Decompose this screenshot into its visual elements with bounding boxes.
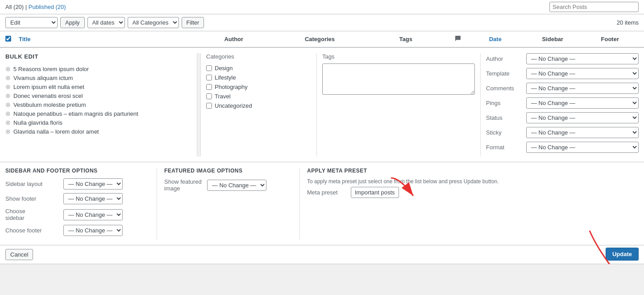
categories-select[interactable]: All Categories: [128, 17, 179, 28]
all-count: All (20): [5, 4, 24, 10]
format-row: Format — No Change —: [486, 142, 639, 153]
sticky-select[interactable]: — No Change —: [526, 127, 639, 138]
posts-list-column: BULK EDIT ⊗ 5 Reasons lorem ipsum dolor …: [5, 53, 197, 156]
select-all-checkbox[interactable]: [5, 36, 11, 42]
tags-column: Tags: [317, 53, 481, 156]
post-title: Vivamus aliquam ictum: [13, 75, 73, 81]
category-checkbox-travel[interactable]: [206, 93, 212, 99]
table-header: Title Author Categories Tags Date Sideba…: [0, 31, 644, 48]
search-input[interactable]: [549, 2, 639, 12]
category-checkbox-photography[interactable]: [206, 84, 212, 90]
col-header-footer: Footer: [582, 36, 639, 42]
top-status-bar: All (20) | Published (20): [0, 0, 644, 14]
sidebar-layout-select-wrapper: — No Change —: [63, 178, 123, 190]
search-area: [549, 2, 639, 12]
sidebar-layout-select[interactable]: — No Change —: [63, 178, 123, 190]
status-row: Status — No Change —: [486, 112, 639, 123]
format-label: Format: [486, 144, 526, 151]
sidebar-layout-row: Sidebar layout — No Change —: [5, 178, 150, 190]
update-button[interactable]: Update: [606, 248, 639, 261]
col-header-title[interactable]: Title: [19, 36, 191, 42]
scrollbar-divider: [197, 53, 201, 156]
choose-sidebar-label: Choosesidebar: [5, 208, 63, 221]
published-count[interactable]: Published (20): [29, 4, 66, 10]
categories-list: Design Lifestyle Photography Travel: [206, 63, 311, 110]
show-footer-select-wrapper: — No Change —: [63, 193, 123, 204]
choose-footer-select-wrapper: — No Change —: [63, 225, 123, 236]
col-header-sidebar: Sidebar: [524, 36, 581, 42]
list-item: ⊗ Glavrida nalla – lorem dolor amet: [5, 127, 191, 136]
author-select-wrapper: — No Change —: [526, 53, 639, 64]
bulk-edit-area: BULK EDIT ⊗ 5 Reasons lorem ipsum dolor …: [0, 48, 644, 162]
bulk-edit-title: BULK EDIT: [5, 53, 191, 60]
status-label: Status: [486, 114, 526, 121]
posts-list: ⊗ 5 Reasons lorem ipsum dolor ⊗ Vivamus …: [5, 64, 191, 136]
template-label: Template: [486, 70, 526, 77]
tags-label: Tags: [322, 53, 475, 60]
author-select[interactable]: — No Change —: [526, 53, 639, 64]
format-select[interactable]: — No Change —: [526, 142, 639, 153]
apply-meta-preset-column: APPLY META PRESET To apply meta preset j…: [300, 168, 639, 240]
tags-textarea[interactable]: [322, 63, 475, 95]
comments-select[interactable]: — No Change —: [526, 83, 639, 94]
remove-icon[interactable]: ⊗: [5, 83, 11, 90]
choose-footer-select[interactable]: — No Change —: [63, 225, 123, 236]
pings-select[interactable]: — No Change —: [526, 97, 639, 109]
remove-icon[interactable]: ⊗: [5, 128, 11, 135]
bulk-action-select[interactable]: Edit Move to Trash: [5, 17, 58, 28]
author-row: Author — No Change —: [486, 53, 639, 64]
comments-label: Comments: [486, 85, 526, 92]
post-title: Donec venenatis erosi scel: [13, 93, 83, 99]
categories-label: Categories: [206, 53, 311, 60]
show-footer-row: Show footer — No Change —: [5, 193, 150, 204]
pings-label: Pings: [486, 100, 526, 106]
comments-select-wrapper: — No Change —: [526, 83, 639, 94]
post-title: Nulla glavrida floris: [13, 119, 62, 126]
bulk-edit-panel: BULK EDIT ⊗ 5 Reasons lorem ipsum dolor …: [0, 48, 644, 264]
list-item: ⊗ Natoque penatibus – etiam magnis dis p…: [5, 109, 191, 118]
format-select-wrapper: — No Change —: [526, 142, 639, 153]
comments-row: Comments — No Change —: [486, 83, 639, 94]
list-item: ⊗ 5 Reasons lorem ipsum dolor: [5, 64, 191, 73]
category-checkbox-design[interactable]: [206, 65, 212, 71]
choose-sidebar-select-wrapper: — No Change —: [63, 209, 123, 220]
template-row: Template — No Change —: [486, 68, 639, 79]
status-counts: All (20) | Published (20): [5, 4, 66, 10]
list-item: ⊗ Vestibulum molestie pretium: [5, 100, 191, 109]
remove-icon[interactable]: ⊗: [5, 92, 11, 99]
cancel-button[interactable]: Cancel: [5, 249, 33, 260]
sidebar-layout-label: Sidebar layout: [5, 181, 63, 187]
apply-button[interactable]: Apply: [60, 17, 85, 28]
choose-sidebar-row: Choosesidebar — No Change —: [5, 208, 150, 221]
meta-preset-value: Important posts: [351, 187, 399, 198]
remove-icon[interactable]: ⊗: [5, 74, 11, 81]
apply-meta-preset-title: APPLY META PRESET: [307, 168, 639, 174]
items-count: 20 items: [617, 19, 639, 26]
remove-icon[interactable]: ⊗: [5, 119, 11, 126]
col-header-date[interactable]: Date: [467, 36, 524, 42]
dates-select[interactable]: All dates: [87, 17, 125, 28]
right-fields-column: Author — No Change — Template — No Chang…: [481, 53, 639, 156]
col-header-categories: Categories: [277, 36, 363, 42]
template-select[interactable]: — No Change —: [526, 68, 639, 79]
remove-icon[interactable]: ⊗: [5, 101, 11, 108]
list-item: Lifestyle: [206, 73, 311, 82]
show-footer-select[interactable]: — No Change —: [63, 193, 123, 204]
sticky-label: Sticky: [486, 129, 526, 136]
select-all-checkbox-col: [5, 36, 19, 43]
category-name: Photography: [215, 84, 248, 90]
remove-icon[interactable]: ⊗: [5, 110, 11, 117]
list-item: Uncategorized: [206, 101, 311, 110]
category-name: Lifestyle: [215, 74, 236, 81]
separator: |: [25, 4, 29, 10]
category-checkbox-uncategorized[interactable]: [206, 103, 212, 109]
status-select[interactable]: — No Change —: [526, 112, 639, 123]
author-label: Author: [486, 55, 526, 62]
categories-column: Categories Design Lifestyle Photography: [201, 53, 317, 156]
category-checkbox-lifestyle[interactable]: [206, 75, 212, 80]
filter-button[interactable]: Filter: [182, 17, 204, 28]
remove-icon[interactable]: ⊗: [5, 65, 11, 72]
list-item: ⊗ Vivamus aliquam ictum: [5, 73, 191, 82]
show-featured-select[interactable]: — No Change —: [207, 180, 266, 191]
choose-sidebar-select[interactable]: — No Change —: [63, 209, 123, 220]
